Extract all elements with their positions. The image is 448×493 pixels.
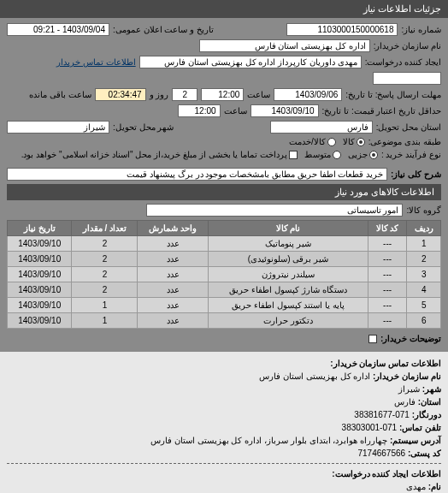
table-cell: 2 (72, 282, 138, 298)
table-header: کد کالا (368, 221, 407, 236)
table-cell: 1 (407, 236, 441, 252)
request-number-value: 1103000150000618 (286, 23, 398, 36)
table-cell: 2 (72, 236, 138, 252)
budget-radios: کالا کالا/خدمت (289, 137, 365, 146)
purchase-minor[interactable]: جزیی (348, 150, 378, 159)
table-row[interactable]: 5---پایه یا استند کپسول اطفاء حریقعدد114… (8, 298, 441, 313)
address-value: چهارراه هوابرد، ابتدای بلوار سرباز، ادار… (150, 436, 387, 445)
remain-label: ساعت باقی مانده (29, 90, 91, 99)
table-row[interactable]: 2---شیر برقی (سلونوئیدی)عدد21403/09/10 (8, 252, 441, 267)
group-label: گروه کالا: (406, 205, 441, 215)
table-cell: پایه یا استند کپسول اطفاء حریق (209, 298, 368, 313)
table-cell: عدد (138, 298, 209, 313)
budget-opt1-label: کالا/خدمت (289, 137, 326, 146)
table-cell: 1403/09/10 (8, 236, 72, 252)
deadline-label: مهلت ارسال پاسخ: تا تاریخ: (345, 90, 441, 99)
table-cell: 3 (407, 267, 441, 282)
table-header: ردیف (407, 221, 441, 236)
remain-days-label: روز و (150, 90, 169, 99)
budget-opt0-label: کالا (343, 137, 355, 146)
city-value: شیراز (7, 121, 109, 134)
fax-value: 071-38381677 (354, 410, 410, 419)
table-cell: 2 (407, 252, 441, 267)
budget-label: طبقه بندی موضوعی: (368, 137, 441, 146)
city-label: شهر محل تحویل: (113, 122, 174, 132)
table-cell: --- (368, 267, 407, 282)
contact-info-block: اطلاعات تماس سازمان خریدار: نام سازمان خ… (0, 352, 448, 493)
radio-icon (327, 138, 336, 146)
table-row[interactable]: 6---دتکتور حرارتعدد11403/09/10 (8, 313, 441, 329)
buyer-name-value: اداره کل بهزیستی استان فارس (199, 39, 370, 52)
city-info-value: شیراز (398, 384, 420, 394)
org-value: اداره کل بهزیستی استان فارس (259, 371, 370, 381)
purchase-type-radios: جزیی متوسط پرداخت تماما یا بخشی از مبلغ … (21, 150, 378, 159)
buyer-notes-checkbox[interactable] (368, 335, 377, 343)
table-cell: 1403/09/10 (8, 313, 72, 329)
announce-label: تاریخ و ساعت اعلان عمومی: (113, 25, 214, 34)
validity-time: 12:00 (178, 104, 221, 117)
table-cell: 4 (407, 282, 441, 298)
validity-label: حداقل تاریخ اعتبار قیمت: تا تاریخ: (322, 106, 441, 116)
table-row[interactable]: 4---دستگاه شارژ کپسول اطفاء حریقعدد21403… (8, 282, 441, 298)
budget-option-goods-service[interactable]: کالا/خدمت (289, 137, 336, 146)
phone-info-label: تلفن تماس: (399, 423, 441, 432)
table-cell: 1403/09/10 (8, 282, 72, 298)
contact-info-title: اطلاعات تماس سازمان خریدار: (7, 357, 441, 370)
address-label: آدرس سیستم: (390, 436, 441, 445)
table-cell: 1 (72, 313, 138, 329)
table-cell: دتکتور حرارت (209, 313, 368, 329)
table-cell: عدد (138, 252, 209, 267)
deadline-time-label: ساعت (247, 90, 270, 99)
description-label: شرح کلی نیاز: (391, 169, 441, 179)
province-info-label: استان: (418, 397, 441, 407)
org-label: نام سازمان خریدار: (373, 371, 441, 381)
table-cell: --- (368, 313, 407, 329)
remain-days: 2 (172, 88, 197, 101)
table-header: واحد شمارش (138, 221, 209, 236)
table-cell: 1403/09/10 (8, 298, 72, 313)
table-cell: --- (368, 282, 407, 298)
province-info-value: فارس (394, 397, 416, 407)
table-row[interactable]: 3---سیلندر نیتروژنعدد21403/09/10 (8, 267, 441, 282)
form-body: شماره نیاز: 1103000150000618 تاریخ و ساع… (0, 18, 448, 352)
purchase-opt2-label: پرداخت تماما یا بخشی از مبلغ خرید،از محل… (21, 150, 287, 159)
purchase-opt0-label: جزیی (348, 150, 368, 159)
table-header: تاریخ نیاز (8, 221, 72, 236)
table-row[interactable]: 1---شیر پنوماتیکعدد21403/09/10 (8, 236, 441, 252)
creator-name-value: مهدی (406, 482, 426, 491)
table-cell: 1403/09/10 (8, 252, 72, 267)
purchase-type-label: نوع فرآیند خرید : (381, 150, 441, 159)
table-cell: 1 (72, 298, 138, 313)
creator-info-title: اطلاعات ایجاد کننده درخواست: (7, 467, 441, 480)
table-cell: 2 (72, 267, 138, 282)
buyer-name-label: نام سازمان خریدار: (374, 41, 441, 50)
request-number-label: شماره نیاز: (401, 25, 441, 34)
city-info-label: شهر: (422, 384, 441, 394)
postal-value: 7174667566 (357, 448, 405, 458)
province-value: فارس (270, 121, 373, 134)
purchase-opt1-label: متوسط (304, 150, 331, 159)
creator-label: ایجاد کننده درخواست: (365, 57, 441, 67)
radio-icon (357, 138, 365, 146)
province-label: استان محل تحویل: (376, 122, 441, 132)
checkbox-icon (289, 151, 298, 159)
table-cell: --- (368, 252, 407, 267)
table-cell: عدد (138, 313, 209, 329)
validity-time-label: ساعت (224, 106, 247, 116)
contact-link[interactable]: اطلاعات تماس خریدار (56, 57, 136, 67)
table-cell: 6 (407, 313, 441, 329)
deadline-time: 12:00 (201, 88, 244, 101)
goods-info-title: اطلاعات کالاهای مورد نیاز (7, 184, 441, 200)
table-cell: عدد (138, 267, 209, 282)
remain-time: 02:34:47 (95, 88, 146, 101)
group-value: امور تاسیساتی (146, 204, 403, 217)
budget-option-goods[interactable]: کالا (343, 137, 365, 146)
table-cell: 1403/09/10 (8, 267, 72, 282)
description-value: خرید قطعات اطفا حریق مطابق بامشخصات موجو… (7, 168, 387, 181)
buyer-notes-label: توضیحات خریدار: (380, 334, 441, 343)
goods-table: ردیفکد کالانام کالاواحد شمارشتعداد / مقد… (7, 220, 441, 329)
fax-label: دورنگار: (412, 410, 441, 419)
purchase-medium[interactable]: متوسط (304, 150, 341, 159)
purchase-treasury[interactable]: پرداخت تماما یا بخشی از مبلغ خرید،از محل… (21, 150, 298, 159)
announce-value: 1403/09/04 - 09:21 (7, 23, 109, 36)
